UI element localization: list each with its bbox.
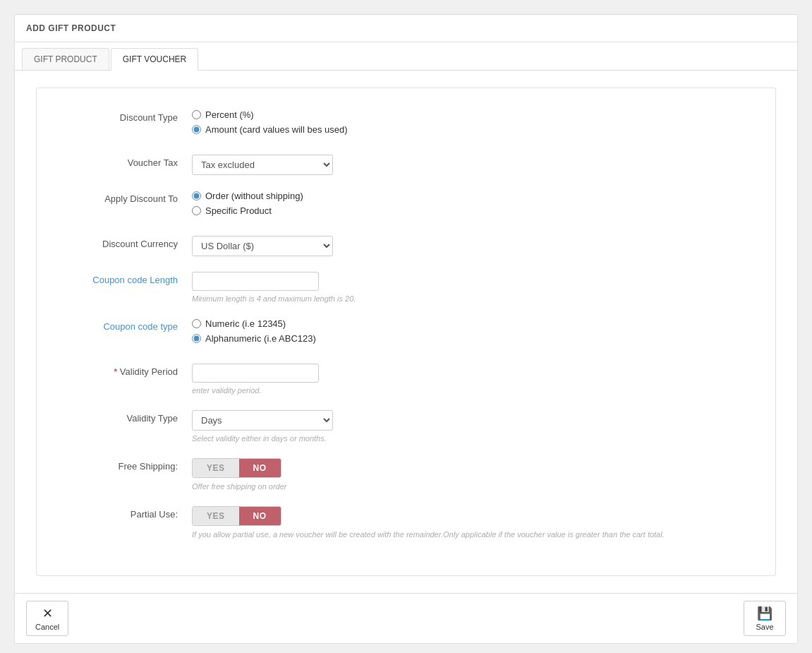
cancel-icon: ✕ [42,606,53,621]
discount-type-label: Discount Type [51,109,192,123]
discount-type-content: Percent (%) Amount (card values will bes… [192,109,686,139]
coupon-length-input[interactable] [192,272,319,291]
page-title: ADD GIFT PRODUCT [15,15,797,42]
voucher-tax-label: Voucher Tax [51,155,192,168]
coupon-numeric-option: Numeric (i.e 12345) [192,318,686,329]
cancel-button[interactable]: ✕ Cancel [26,601,68,636]
coupon-type-row: Coupon code type Numeric (i.e 12345) Alp… [51,318,761,348]
validity-period-hint: enter validity period. [192,386,686,395]
form-area: Discount Type Percent (%) Amount (card v… [15,71,797,593]
apply-discount-label: Apply Discount To [51,191,192,204]
validity-type-hint: Select validity either in days or months… [192,434,686,443]
discount-type-row: Discount Type Percent (%) Amount (card v… [51,109,761,139]
validity-type-row: Validity Type Days Months Select validit… [51,410,761,443]
partial-use-hint: If you allow partial use, a new voucher … [192,530,686,539]
partial-use-label: Partial Use: [51,506,192,520]
discount-amount-radio[interactable] [192,125,201,134]
coupon-type-content: Numeric (i.e 12345) Alphanumeric (i.e AB… [192,318,686,348]
voucher-tax-content: Tax excluded Tax included [192,155,686,175]
validity-type-content: Days Months Select validity either in da… [192,410,686,443]
coupon-length-row: Coupon code Length Minimum length is 4 a… [51,272,761,303]
coupon-alphanumeric-option: Alphanumeric (i.e ABC123) [192,333,686,344]
discount-currency-select[interactable]: US Dollar ($) Euro (€) GBP (£) [192,236,333,256]
coupon-type-label: Coupon code type [51,318,192,332]
partial-use-row: Partial Use: YES NO If you allow partial… [51,506,761,539]
discount-percent-radio[interactable] [192,110,201,119]
validity-period-content: enter validity period. [192,364,686,395]
tab-gift-voucher[interactable]: GIFT VOUCHER [111,48,198,71]
apply-discount-row: Apply Discount To Order (without shippin… [51,191,761,220]
bottom-bar: ✕ Cancel 💾 Save [15,593,797,643]
coupon-length-label: Coupon code Length [51,272,192,285]
partial-use-toggle: YES NO [192,506,281,526]
partial-use-content: YES NO If you allow partial use, a new v… [192,506,686,539]
partial-use-no-button[interactable]: NO [239,507,281,525]
coupon-length-content: Minimum length is 4 and maximum length i… [192,272,686,303]
discount-percent-option: Percent (%) [192,109,686,120]
voucher-tax-row: Voucher Tax Tax excluded Tax included [51,155,761,175]
free-shipping-yes-button[interactable]: YES [193,459,239,477]
free-shipping-content: YES NO Offer free shipping on order [192,458,686,491]
free-shipping-row: Free Shipping: YES NO Offer free shippin… [51,458,761,491]
tabs-container: GIFT PRODUCT GIFT VOUCHER [15,42,797,71]
apply-specific-radio[interactable] [192,206,201,215]
save-button[interactable]: 💾 Save [744,601,786,636]
coupon-alphanumeric-radio[interactable] [192,334,201,343]
tab-gift-product[interactable]: GIFT PRODUCT [22,48,109,70]
free-shipping-hint: Offer free shipping on order [192,482,686,491]
apply-order-option: Order (without shipping) [192,191,686,201]
discount-currency-row: Discount Currency US Dollar ($) Euro (€)… [51,236,761,256]
apply-discount-content: Order (without shipping) Specific Produc… [192,191,686,220]
free-shipping-no-button[interactable]: NO [239,459,281,477]
discount-amount-option: Amount (card values will bes used) [192,124,686,135]
validity-type-select[interactable]: Days Months [192,410,333,431]
validity-period-input[interactable] [192,364,319,383]
validity-period-row: Validity Period enter validity period. [51,364,761,395]
voucher-tax-select[interactable]: Tax excluded Tax included [192,155,333,175]
form-section: Discount Type Percent (%) Amount (card v… [36,88,776,576]
free-shipping-toggle: YES NO [192,458,281,478]
validity-period-label: Validity Period [51,364,192,377]
discount-currency-content: US Dollar ($) Euro (€) GBP (£) [192,236,686,256]
coupon-numeric-radio[interactable] [192,319,201,328]
free-shipping-label: Free Shipping: [51,458,192,472]
save-icon: 💾 [757,606,772,621]
coupon-length-hint: Minimum length is 4 and maximum length i… [192,294,686,303]
partial-use-yes-button[interactable]: YES [193,507,239,525]
apply-order-radio[interactable] [192,191,201,200]
main-container: ADD GIFT PRODUCT GIFT PRODUCT GIFT VOUCH… [14,14,798,644]
discount-currency-label: Discount Currency [51,236,192,249]
validity-type-label: Validity Type [51,410,192,424]
apply-specific-option: Specific Product [192,205,686,216]
